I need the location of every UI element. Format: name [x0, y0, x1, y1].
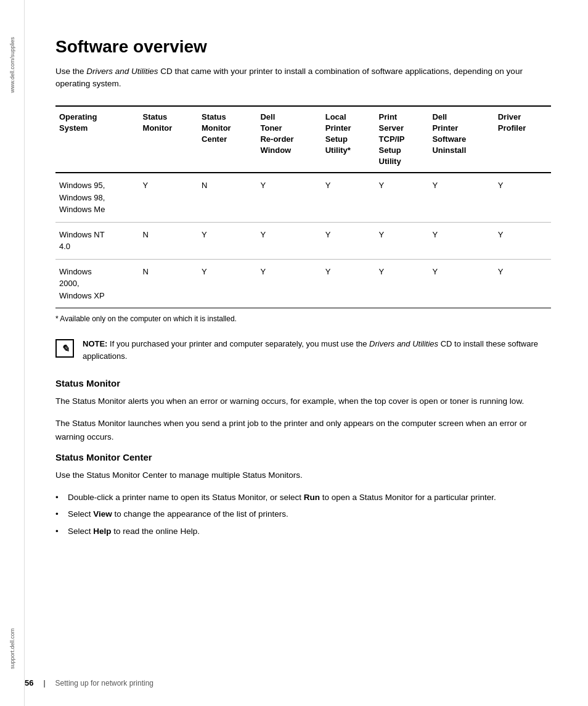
col-header-status-monitor: StatusMonitor [139, 106, 198, 173]
cell-r2-c2: Y [198, 222, 256, 259]
cell-r3-c2: Y [198, 259, 256, 308]
cell-r3-c5: Y [375, 259, 429, 308]
main-content: Software overview Use the Drivers and Ut… [25, 0, 588, 706]
table-row: Windows2000,Windows XP N Y Y Y Y Y Y [55, 259, 551, 308]
section-title-status-monitor-center: Status Monitor Center [55, 452, 551, 462]
bullet-list: Double-click a printer name to open its … [55, 491, 551, 538]
col-header-os: OperatingSystem [55, 106, 139, 173]
status-monitor-center-para: Use the Status Monitor Center to manage … [55, 469, 551, 482]
footer-page-number: 56 [25, 678, 33, 688]
cell-r2-c6: Y [428, 222, 494, 259]
list-item: Double-click a printer name to open its … [55, 491, 551, 504]
footer-section-text: Setting up for network printing [55, 679, 153, 688]
col-header-toner: DellTonerRe-orderWindow [256, 106, 321, 173]
pencil-icon: ✎ [61, 343, 69, 355]
cell-os-2: Windows NT4.0 [55, 222, 139, 259]
list-item: Select View to change the appearance of … [55, 507, 551, 521]
cell-os-3: Windows2000,Windows XP [55, 259, 139, 308]
table-row: Windows 95,Windows 98,Windows Me Y N Y Y… [55, 173, 551, 222]
note-box: ✎ NOTE: If you purchased your printer an… [55, 338, 551, 362]
list-item: Select Help to read the online Help. [55, 525, 551, 538]
cell-r2-c1: N [139, 222, 198, 259]
sidebar-bottom-text: support.dell.com [9, 628, 15, 669]
page-wrapper: www.dell.com/supplies support.dell.com S… [0, 0, 588, 706]
col-header-status-monitor-center: StatusMonitorCenter [198, 106, 256, 173]
section-title-status-monitor: Status Monitor [55, 378, 551, 388]
cell-r3-c1: N [139, 259, 198, 308]
cell-r1-c5: Y [375, 173, 429, 222]
cell-r2-c5: Y [375, 222, 429, 259]
sidebar: www.dell.com/supplies support.dell.com [0, 0, 25, 706]
intro-text: Use the Drivers and Utilities CD that ca… [55, 65, 551, 91]
col-header-driver-profiler: DriverProfiler [494, 106, 551, 173]
cell-os-1: Windows 95,Windows 98,Windows Me [55, 173, 139, 222]
col-header-print-server: PrintServerTCP/IPSetupUtility [375, 106, 429, 173]
sidebar-top-text: www.dell.com/supplies [9, 37, 15, 93]
cell-r1-c2: N [198, 173, 256, 222]
overview-table: OperatingSystem StatusMonitor StatusMoni… [55, 105, 551, 309]
status-monitor-para-1: The Status Monitor alerts you when an er… [55, 395, 551, 408]
cell-r1-c4: Y [322, 173, 375, 222]
col-header-uninstall: DellPrinterSoftwareUninstall [428, 106, 494, 173]
cell-r1-c3: Y [256, 173, 321, 222]
cell-r3-c6: Y [428, 259, 494, 308]
note-icon: ✎ [55, 339, 74, 358]
cell-r1-c6: Y [428, 173, 494, 222]
status-monitor-para-2: The Status Monitor launches when you sen… [55, 417, 551, 443]
cell-r2-c3: Y [256, 222, 321, 259]
col-header-local-printer: LocalPrinterSetupUtility* [322, 106, 375, 173]
cell-r1-c1: Y [139, 173, 198, 222]
note-text: NOTE: If you purchased your printer and … [83, 338, 551, 362]
cell-r1-c7: Y [494, 173, 551, 222]
cell-r2-c4: Y [322, 222, 375, 259]
table-footnote: * Available only on the computer on whic… [55, 314, 551, 323]
cell-r2-c7: Y [494, 222, 551, 259]
cell-r3-c7: Y [494, 259, 551, 308]
page-title: Software overview [55, 37, 551, 57]
note-label: NOTE: [83, 339, 107, 348]
cell-r3-c4: Y [322, 259, 375, 308]
footer-separator: | [43, 679, 45, 688]
page-footer: 56 | Setting up for network printing [25, 678, 551, 688]
cell-r3-c3: Y [256, 259, 321, 308]
table-row: Windows NT4.0 N Y Y Y Y Y Y [55, 222, 551, 259]
